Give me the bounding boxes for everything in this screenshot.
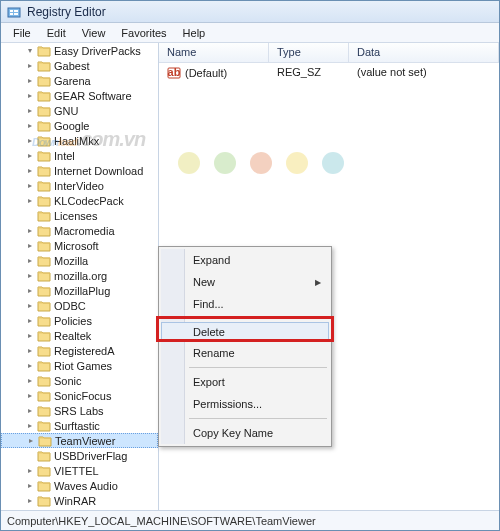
ctx-permissions[interactable]: Permissions... [161,393,329,415]
tree-item-intel[interactable]: ▸Intel [1,148,158,163]
tree-item-label: Sonic [54,375,82,387]
expander-icon[interactable]: ▸ [25,166,35,176]
expander-icon[interactable]: ▸ [25,271,35,281]
menu-view[interactable]: View [74,25,114,41]
tree-item-surftastic[interactable]: ▸Surftastic [1,418,158,433]
tree-item-google[interactable]: ▸Google [1,118,158,133]
tree-item-gabest[interactable]: ▸Gabest [1,58,158,73]
expander-icon[interactable]: ▸ [25,331,35,341]
tree-item-label: Realtek [54,330,91,342]
expander-icon[interactable] [25,451,35,461]
folder-icon [37,285,51,297]
expander-icon[interactable]: ▸ [25,151,35,161]
tree-item-riot-games[interactable]: ▸Riot Games [1,358,158,373]
tree-item-gnu[interactable]: ▸GNU [1,103,158,118]
column-data[interactable]: Data [349,43,499,62]
expander-icon[interactable]: ▸ [25,91,35,101]
expander-icon[interactable]: ▸ [25,226,35,236]
tree-item-easy-driverpacks[interactable]: ▾Easy DriverPacks [1,43,158,58]
tree-item-wow6432node[interactable]: ▸WOW6432Node [1,508,158,510]
tree-item-label: Surftastic [54,420,100,432]
expander-icon[interactable]: ▸ [25,241,35,251]
expander-icon[interactable]: ▸ [25,136,35,146]
ctx-copy-key-name[interactable]: Copy Key Name [161,422,329,444]
expander-icon[interactable]: ▸ [25,256,35,266]
folder-icon [37,510,51,511]
tree-item-mozillaplug[interactable]: ▸MozillaPlug [1,283,158,298]
tree-item-internet-download[interactable]: ▸Internet Download [1,163,158,178]
expander-icon[interactable]: ▸ [25,61,35,71]
tree-item-viettel[interactable]: ▸VIETTEL [1,463,158,478]
expander-icon[interactable]: ▸ [25,376,35,386]
expander-icon[interactable]: ▸ [25,496,35,506]
expander-icon[interactable]: ▸ [25,106,35,116]
ctx-find[interactable]: Find... [161,293,329,315]
expander-icon[interactable]: ▸ [25,391,35,401]
expander-icon[interactable] [25,211,35,221]
expander-icon[interactable]: ▸ [25,481,35,491]
expander-icon[interactable]: ▸ [25,286,35,296]
tree-item-macromedia[interactable]: ▸Macromedia [1,223,158,238]
ctx-new[interactable]: New [161,271,329,293]
tree-item-policies[interactable]: ▸Policies [1,313,158,328]
tree-item-mozilla[interactable]: ▸Mozilla [1,253,158,268]
tree-item-srs-labs[interactable]: ▸SRS Labs [1,403,158,418]
tree-item-label: Macromedia [54,225,115,237]
tree-item-waves-audio[interactable]: ▸Waves Audio [1,478,158,493]
expander-icon[interactable]: ▸ [25,316,35,326]
tree-item-haalimkx[interactable]: ▸HaaliMkx [1,133,158,148]
folder-icon [37,240,51,252]
expander-icon[interactable]: ▸ [25,361,35,371]
column-name[interactable]: Name [159,43,269,62]
expander-icon[interactable]: ▸ [26,436,36,446]
tree-item-realtek[interactable]: ▸Realtek [1,328,158,343]
expander-icon[interactable]: ▸ [25,466,35,476]
menu-favorites[interactable]: Favorites [113,25,174,41]
tree-item-registereda[interactable]: ▸RegisteredA [1,343,158,358]
column-type[interactable]: Type [269,43,349,62]
expander-icon[interactable]: ▸ [25,346,35,356]
tree-item-teamviewer[interactable]: ▸TeamViewer [1,433,158,448]
ctx-rename[interactable]: Rename [161,342,329,364]
expander-icon[interactable]: ▾ [25,46,35,56]
expander-icon[interactable]: ▸ [25,421,35,431]
menu-edit[interactable]: Edit [39,25,74,41]
tree-item-odbc[interactable]: ▸ODBC [1,298,158,313]
value-name: (Default) [185,67,227,79]
ctx-expand[interactable]: Expand [161,249,329,271]
ctx-delete[interactable]: Delete [161,322,329,342]
expander-icon[interactable]: ▸ [25,301,35,311]
titlebar[interactable]: Registry Editor [1,1,499,23]
menu-help[interactable]: Help [175,25,214,41]
tree-item-mozilla-org[interactable]: ▸mozilla.org [1,268,158,283]
tree-item-licenses[interactable]: Licenses [1,208,158,223]
tree-item-sonicfocus[interactable]: ▸SonicFocus [1,388,158,403]
expander-icon[interactable]: ▸ [25,76,35,86]
expander-icon[interactable]: ▸ [25,406,35,416]
expander-icon[interactable]: ▸ [25,121,35,131]
expander-icon[interactable]: ▸ [25,196,35,206]
tree-item-usbdriverflag[interactable]: USBDriverFlag [1,448,158,463]
folder-icon [37,360,51,372]
folder-icon [37,390,51,402]
tree-item-label: SRS Labs [54,405,104,417]
tree-item-winrar[interactable]: ▸WinRAR [1,493,158,508]
tree-item-garena[interactable]: ▸Garena [1,73,158,88]
expander-icon[interactable]: ▸ [25,181,35,191]
tree-item-label: Waves Audio [54,480,118,492]
tree-item-sonic[interactable]: ▸Sonic [1,373,158,388]
ctx-export[interactable]: Export [161,371,329,393]
tree-item-label: TeamViewer [55,435,115,447]
tree-item-label: USBDriverFlag [54,450,127,462]
value-data: (value not set) [349,65,499,81]
tree-item-microsoft[interactable]: ▸Microsoft [1,238,158,253]
folder-icon [37,345,51,357]
tree-item-klcodecpack[interactable]: ▸KLCodecPack [1,193,158,208]
menu-file[interactable]: File [5,25,39,41]
tree-item-label: RegisteredA [54,345,115,357]
tree-scrollview[interactable]: ▾Easy DriverPacks▸Gabest▸Garena▸GEAR Sof… [1,43,158,510]
folder-icon [37,465,51,477]
list-row[interactable]: ab (Default) REG_SZ (value not set) [159,63,499,83]
tree-item-intervideo[interactable]: ▸InterVideo [1,178,158,193]
tree-item-gear-software[interactable]: ▸GEAR Software [1,88,158,103]
